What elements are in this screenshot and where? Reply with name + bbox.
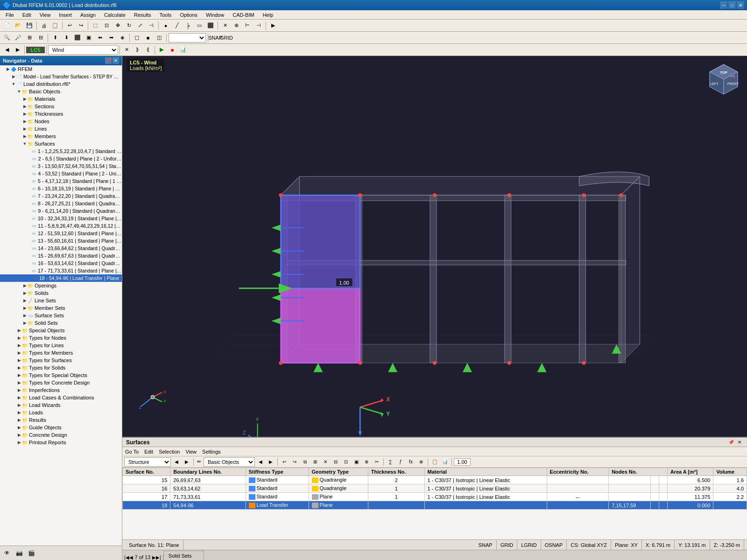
coord-system-dropdown[interactable]: 1 - Global XYZ bbox=[169, 33, 206, 42]
snap-indicator[interactable]: SNAP bbox=[475, 540, 497, 550]
tb2-back[interactable]: ▣ bbox=[84, 33, 94, 43]
nav-cd-arrow[interactable]: ▶ bbox=[17, 433, 21, 437]
nav-surface-item-11[interactable]: ▭11 - 5,8,9,26,47,49,46,23,29,16,12 | St… bbox=[0, 222, 122, 230]
nav-ls-arrow[interactable]: ▶ bbox=[22, 298, 27, 303]
tb3-edit-lc[interactable]: ⟫ bbox=[132, 45, 142, 55]
nav-surface-item-6[interactable]: ▭6 - 10,18,16,19 | Standard | Plane | 1 … bbox=[0, 185, 122, 192]
tb-trim[interactable]: ⊣ bbox=[254, 21, 264, 31]
tb3-next-lc[interactable]: ▶ bbox=[13, 45, 23, 55]
maximize-btn[interactable]: □ bbox=[728, 1, 736, 9]
tb2-solid[interactable]: ■ bbox=[143, 33, 153, 43]
tb-scale[interactable]: ⤢ bbox=[135, 21, 145, 31]
nav-lw-arrow[interactable]: ▶ bbox=[17, 403, 21, 407]
tb-box-select[interactable]: ⊡ bbox=[101, 21, 112, 31]
nav-results[interactable]: ▶ 📁 Results bbox=[0, 416, 122, 424]
minimize-btn[interactable]: ─ bbox=[720, 1, 727, 9]
tb-line[interactable]: ╱ bbox=[172, 21, 182, 31]
table-row[interactable]: 15 26,69,67,63 Standard Quadrangle 2 1 -… bbox=[123, 476, 747, 484]
nav-surface-item-17[interactable]: ▭17 - 71,73,33,61 | Standard | Plane | 1… bbox=[0, 267, 122, 274]
pt-btn2[interactable]: ↪ bbox=[290, 457, 299, 467]
pt-btn16[interactable]: 📊 bbox=[440, 457, 450, 467]
tb3-stop[interactable]: ■ bbox=[167, 45, 177, 55]
tb2-zoom-in[interactable]: 🔍 bbox=[2, 33, 12, 43]
menu-assign[interactable]: Assign bbox=[77, 11, 99, 19]
panel-menu-selection[interactable]: Selection bbox=[159, 449, 180, 455]
nav-surface-item-7[interactable]: ▭7 - 23,24,22,20 | Standard | Quadrangle… bbox=[0, 192, 122, 200]
nav-tso-arrow[interactable]: ▶ bbox=[17, 365, 21, 370]
tb2-3d[interactable]: ◈ bbox=[117, 33, 127, 43]
nav-solids[interactable]: ▶ 📁 Solids bbox=[0, 289, 122, 297]
nav-btn-eye[interactable]: 👁 bbox=[2, 548, 12, 558]
menu-tools[interactable]: Tools bbox=[155, 11, 175, 19]
page-next-btn[interactable]: ▶ bbox=[152, 555, 156, 560]
nav-surface-item-15[interactable]: ▭15 - 26,69,67,63 | Standard | Quadrangl… bbox=[0, 252, 122, 259]
nav-model-arrow[interactable]: ▶ bbox=[11, 74, 16, 79]
nav-surface-item-10[interactable]: ▭10 - 32,34,33,19 | Standard | Plane | 1… bbox=[0, 215, 122, 222]
tab-solid-sets[interactable]: Solid Sets bbox=[163, 551, 204, 560]
tb-undo[interactable]: ↩ bbox=[64, 21, 75, 31]
panel-menu-edit[interactable]: Edit bbox=[144, 449, 153, 455]
panel-menu-view[interactable]: View bbox=[185, 449, 197, 455]
nav-surface-item-4[interactable]: ▭4 - 53,52 | Standard | Plane | 2 - Unif… bbox=[0, 170, 122, 177]
tb2-top[interactable]: ⬆ bbox=[50, 33, 60, 43]
tb2-snap[interactable]: SNAP bbox=[210, 33, 220, 43]
nav-imp-arrow[interactable]: ▶ bbox=[17, 388, 21, 392]
nav-lines-arrow[interactable]: ▶ bbox=[22, 126, 27, 131]
nav-nodes-arrow[interactable]: ▶ bbox=[22, 119, 27, 124]
nav-basic-arrow[interactable]: ▼ bbox=[17, 89, 21, 94]
tb-new[interactable]: 📄 bbox=[2, 21, 12, 31]
menu-cadbim[interactable]: CAD-BIM bbox=[229, 11, 258, 19]
nav-surface-item-18[interactable]: ▭18 - 54,94-96 | Load Transfer | Plane bbox=[0, 274, 122, 282]
nav-imperfections[interactable]: ▶ 📁 Imperfections bbox=[0, 386, 122, 394]
nav-go-arrow[interactable]: ▶ bbox=[17, 425, 21, 430]
tb-open[interactable]: 📂 bbox=[13, 21, 23, 31]
nav-sections[interactable]: ▶ 📁 Sections bbox=[0, 103, 122, 110]
nav-loads[interactable]: ▶ 📁 Loads bbox=[0, 409, 122, 416]
nav-types-surfaces[interactable]: ▶ 📁 Types for Surfaces bbox=[0, 357, 122, 364]
nav-load-cases[interactable]: ▶ 📁 Load Cases & Combinations bbox=[0, 394, 122, 401]
pt-btn1[interactable]: ↩ bbox=[280, 457, 289, 467]
menu-insert[interactable]: Insert bbox=[55, 11, 76, 19]
surfaces-table-wrapper[interactable]: Surface No. Boundary Lines No. Stiffness… bbox=[122, 468, 747, 524]
table-row[interactable]: 18 54,94-96 Load Transfer Plane 7,15,17,… bbox=[123, 501, 747, 510]
pt-btn9[interactable]: ⊕ bbox=[362, 457, 371, 467]
panel-menu-goto[interactable]: Go To bbox=[125, 449, 139, 455]
structure-dropdown[interactable]: Structure bbox=[124, 457, 171, 467]
pt-btn13[interactable]: fx bbox=[406, 457, 416, 467]
nav-tn-arrow[interactable]: ▶ bbox=[17, 336, 21, 340]
nav-solid-sets[interactable]: ▶ 📁 Solid Sets bbox=[0, 319, 122, 327]
nav-tsp-arrow[interactable]: ▶ bbox=[17, 373, 21, 378]
nav-surface-item-9[interactable]: ▭9 - 6,21,14,20 | Standard | Quadrangle … bbox=[0, 207, 122, 215]
nav-close-btn[interactable]: ✕ bbox=[113, 57, 119, 64]
lgrid-indicator[interactable]: LGRID bbox=[517, 540, 541, 550]
tb-surface[interactable]: ▭ bbox=[194, 21, 204, 31]
pt-btn11[interactable]: ∑ bbox=[386, 457, 395, 467]
panel-menu-settings[interactable]: Settings bbox=[202, 449, 221, 455]
tb2-grid[interactable]: GRID bbox=[221, 33, 232, 43]
nav-rfem[interactable]: ▶ 🔷 RFEM bbox=[0, 65, 122, 73]
page-first-btn[interactable]: |◀ bbox=[124, 555, 129, 560]
nav-file-arrow[interactable]: ▼ bbox=[11, 82, 16, 86]
nav-basic-objects[interactable]: ▼ 📁 Basic Objects bbox=[0, 88, 122, 95]
menu-view[interactable]: View bbox=[36, 11, 55, 19]
tb-solid[interactable]: ⬛ bbox=[205, 21, 216, 31]
tb-split[interactable]: ⊕ bbox=[231, 21, 241, 31]
tb2-front[interactable]: ⬛ bbox=[72, 33, 83, 43]
pt-btn6[interactable]: ⊟ bbox=[331, 457, 340, 467]
nav-solids-arrow[interactable]: ▶ bbox=[22, 291, 27, 295]
menu-file[interactable]: File bbox=[2, 11, 18, 19]
nav-types-nodes[interactable]: ▶ 📁 Types for Nodes bbox=[0, 334, 122, 342]
menu-calculate[interactable]: Calculate bbox=[100, 11, 129, 19]
pt-btn8[interactable]: ▣ bbox=[352, 457, 361, 467]
nav-surface-item-12[interactable]: ▭12 - 51,59,12,60 | Standard | Plane | 1… bbox=[0, 230, 122, 237]
nav-surface-item-2[interactable]: ▭2 - 6,5 | Standard | Plane | 2 - Unifor… bbox=[0, 155, 122, 162]
pt-btn3[interactable]: ⧉ bbox=[300, 457, 310, 467]
nav-tc-arrow[interactable]: ▶ bbox=[17, 380, 21, 385]
nav-concrete-design[interactable]: ▶ 📁 Concrete Design bbox=[0, 431, 122, 439]
pt-btn14[interactable]: ⊗ bbox=[416, 457, 426, 467]
nav-thick-arrow[interactable]: ▶ bbox=[22, 112, 27, 116]
tb-delete[interactable]: ✕ bbox=[220, 21, 230, 31]
tb-mirror[interactable]: ⊣ bbox=[146, 21, 156, 31]
tb-node[interactable]: ● bbox=[161, 21, 171, 31]
tb2-transparent[interactable]: ◫ bbox=[154, 33, 164, 43]
